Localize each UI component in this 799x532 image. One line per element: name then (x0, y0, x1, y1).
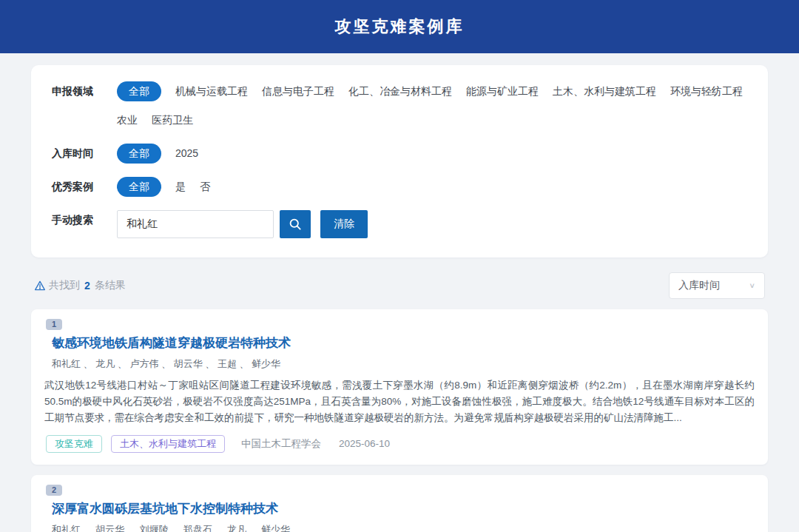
field-option-chemical[interactable]: 化工、冶金与材料工程 (348, 81, 452, 101)
case-meta-row: 攻坚克难 土木、水利与建筑工程 中国土木工程学会 2025-06-10 (46, 435, 755, 453)
search-controls: 清除 (117, 210, 368, 238)
sort-dropdown[interactable]: 入库时间 ∨ (669, 272, 765, 299)
case-tag-primary: 攻坚克难 (46, 435, 102, 453)
search-button[interactable] (280, 210, 311, 238)
clear-button[interactable]: 清除 (320, 210, 368, 238)
filter-options-field: 全部 机械与运载工程 信息与电子工程 化工、冶金与材料工程 能源与矿业工程 土木… (117, 81, 747, 130)
case-authors: 和礼红 、 龙凡 、 卢方伟 、 胡云华 、 王超 、 鲜少华 (52, 357, 755, 371)
filter-label-time: 入库时间 (52, 144, 117, 164)
excellent-option-yes[interactable]: 是 (175, 177, 186, 197)
case-index-badge: 2 (46, 485, 62, 496)
filter-row-search: 手动搜索 清除 (52, 210, 747, 238)
field-option-medicine[interactable]: 医药卫生 (152, 110, 193, 130)
results-count-prefix: 共找到 (49, 279, 80, 292)
excellent-option-all[interactable]: 全部 (117, 177, 161, 197)
field-option-all[interactable]: 全部 (117, 81, 161, 101)
filter-panel: 申报领域 全部 机械与运载工程 信息与电子工程 化工、冶金与材料工程 能源与矿业… (31, 65, 768, 257)
field-option-electronics[interactable]: 信息与电子工程 (262, 81, 334, 101)
field-option-mechanical[interactable]: 机械与运载工程 (175, 81, 248, 101)
page-title: 攻坚克难案例库 (335, 16, 465, 38)
case-card: 1 敏感环境地铁盾构隧道穿越极硬岩特种技术 和礼红 、 龙凡 、 卢方伟 、 胡… (31, 309, 768, 465)
case-title-link[interactable]: 深厚富水圆砾层基坑地下水控制特种技术 (52, 500, 755, 517)
results-count-suffix: 条结果 (95, 279, 126, 292)
filter-row-field: 申报领域 全部 机械与运载工程 信息与电子工程 化工、冶金与材料工程 能源与矿业… (52, 81, 747, 130)
case-index-badge: 1 (46, 319, 62, 330)
case-authors: 和礼红 、 胡云华 、 刘堰陵 、 郑盘石 、 龙凡 、 鲜少华 (52, 523, 755, 532)
filter-row-time: 入库时间 全部 2025 (52, 144, 747, 164)
excellent-option-no[interactable]: 否 (200, 177, 210, 197)
field-option-civil[interactable]: 土木、水利与建筑工程 (553, 81, 656, 101)
time-option-all[interactable]: 全部 (117, 144, 161, 164)
filter-label-excellent: 优秀案例 (52, 177, 117, 197)
filter-options-excellent: 全部 是 否 (117, 177, 747, 197)
case-date: 2025-06-10 (339, 438, 390, 449)
filter-options-time: 全部 2025 (117, 144, 747, 164)
warning-triangle-icon (34, 280, 46, 292)
results-count: 共找到 2 条结果 (34, 279, 126, 292)
field-option-agriculture[interactable]: 农业 (117, 110, 138, 130)
case-organization: 中国土木工程学会 (241, 437, 321, 451)
field-option-environment[interactable]: 环境与轻纺工程 (670, 81, 743, 101)
case-description: 武汉地铁12号线港口村站～丁家咀站区间隧道工程建设环境敏感，需浅覆土下穿墨水湖（… (44, 377, 755, 426)
field-option-energy[interactable]: 能源与矿业工程 (466, 81, 539, 101)
results-count-number: 2 (84, 280, 90, 292)
case-title-link[interactable]: 敏感环境地铁盾构隧道穿越极硬岩特种技术 (52, 334, 755, 351)
time-option-2025[interactable]: 2025 (175, 144, 198, 164)
magnifier-icon (288, 217, 303, 232)
main-content: 申报领域 全部 机械与运载工程 信息与电子工程 化工、冶金与材料工程 能源与矿业… (0, 53, 799, 532)
filter-label-search: 手动搜索 (52, 210, 117, 230)
case-tag-field: 土木、水利与建筑工程 (111, 435, 225, 453)
case-card: 2 深厚富水圆砾层基坑地下水控制特种技术 和礼红 、 胡云华 、 刘堰陵 、 郑… (31, 475, 768, 532)
app-header: 攻坚克难案例库 (0, 0, 799, 53)
search-input[interactable] (117, 210, 274, 238)
chevron-down-icon: ∨ (749, 281, 755, 289)
results-bar: 共找到 2 条结果 入库时间 ∨ (34, 272, 765, 299)
sort-dropdown-value: 入库时间 (678, 279, 720, 292)
filter-label-field: 申报领域 (52, 81, 117, 101)
filter-row-excellent: 优秀案例 全部 是 否 (52, 177, 747, 197)
